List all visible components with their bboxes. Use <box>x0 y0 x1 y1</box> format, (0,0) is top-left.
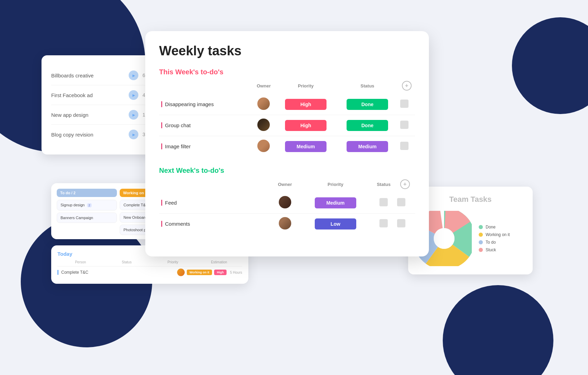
legend-dot-done <box>479 225 483 229</box>
legend-label-working: Working on it <box>486 232 510 237</box>
play-btn-3[interactable] <box>129 110 138 120</box>
legend-dot-working <box>479 233 483 237</box>
today-status-badge: Working on it <box>187 270 212 275</box>
col-priority: Priority <box>150 260 196 264</box>
priority-badge-1: High <box>285 99 327 110</box>
legend-dot-stuck <box>479 248 483 252</box>
next-week-add-col: + <box>395 179 415 193</box>
pie-legend: Done Working on it To do Stuck <box>479 225 510 252</box>
kanban-col-todo-header: To do / 2 <box>57 189 117 197</box>
play-btn-1[interactable] <box>129 71 138 80</box>
legend-dot-todo <box>479 240 483 244</box>
today-cols-header: Person Status Priority Estimation <box>57 260 242 264</box>
more-btn-4[interactable] <box>397 198 405 206</box>
next-week-task-2: Comments <box>161 221 190 227</box>
this-week-add-col: + <box>398 81 415 94</box>
play-btn-2[interactable] <box>129 90 138 100</box>
more-btn-1[interactable] <box>400 100 408 108</box>
kanban-col-todo: Signup design 2 Banners Campaign <box>57 200 117 235</box>
avatar-2 <box>257 119 270 131</box>
weekly-tasks-card: Weekly tasks This Week's to-do's Owner P… <box>145 31 429 256</box>
next-week-col-priority: Priority <box>298 179 373 193</box>
time-row-2: First Facebook ad 4h 3 <box>51 85 156 105</box>
priority-badge-5: Low <box>315 218 356 229</box>
legend-label-todo: To do <box>486 240 496 245</box>
next-week-section-title: Next Week's to-do's <box>159 167 415 175</box>
today-estimate: 5 Hours <box>230 271 242 274</box>
this-week-col-status: Status <box>337 81 398 94</box>
this-week-task-3: Image filter <box>161 143 191 149</box>
next-week-table: Owner Priority Status + Feed <box>159 179 415 234</box>
status-placeholder-5[interactable] <box>379 219 388 227</box>
next-week-col-status: Status <box>373 179 395 193</box>
legend-working: Working on it <box>479 232 510 237</box>
priority-badge-3: Medium <box>285 141 327 152</box>
time-task-1: Billboards creative <box>51 73 125 78</box>
time-row-1: Billboards creative 6h 5 <box>51 66 156 85</box>
avatar-4 <box>279 196 291 208</box>
next-week-row-1: Feed Medium <box>159 193 415 214</box>
this-week-col-owner: Owner <box>252 81 275 94</box>
legend-todo: To do <box>479 240 510 245</box>
more-btn-3[interactable] <box>400 142 408 150</box>
this-week-row-3: Image filter Medium Medium <box>159 136 415 157</box>
cards-wrapper: Billboards creative 6h 5 First Facebook … <box>0 0 588 375</box>
avatar-5 <box>279 217 291 229</box>
kanban-item-banners[interactable]: Banners Campaign <box>57 213 117 223</box>
today-task-label: Complete T&C <box>57 270 175 275</box>
this-week-row-1: Disappearing images High Done <box>159 94 415 115</box>
next-week-add-button[interactable]: + <box>400 179 410 189</box>
time-task-4: Blog copy revision <box>51 132 125 138</box>
this-week-row-2: Group chat High Done <box>159 115 415 136</box>
this-week-task-1: Disappearing images <box>161 101 214 107</box>
priority-badge-4: Medium <box>315 197 356 208</box>
time-row-3: New app design 12h <box>51 105 156 125</box>
item-badge-signup: 2 <box>87 203 92 207</box>
this-week-table: Owner Priority Status + Disappearing ima… <box>159 81 415 157</box>
this-week-col-priority: Priority <box>275 81 337 94</box>
status-badge-1: Done <box>347 99 388 110</box>
this-week-section-title: This Week's to-do's <box>159 68 415 76</box>
weekly-card-title: Weekly tasks <box>159 44 415 58</box>
avatar-3 <box>257 140 270 152</box>
legend-done: Done <box>479 225 510 229</box>
next-week-col-owner: Owner <box>272 179 298 193</box>
time-task-3: New app design <box>51 112 125 118</box>
col-status: Status <box>104 260 150 264</box>
next-week-task-1: Feed <box>161 200 177 206</box>
legend-label-done: Done <box>486 225 496 229</box>
this-week-add-button[interactable]: + <box>402 81 412 91</box>
more-btn-5[interactable] <box>397 219 405 227</box>
status-placeholder-4[interactable] <box>379 198 388 206</box>
time-row-4: Blog copy revision 3h 0 <box>51 125 156 144</box>
svg-point-4 <box>434 228 454 249</box>
col-estimation: Estimation <box>196 260 242 264</box>
this-week-task-2: Group chat <box>161 122 191 128</box>
team-tasks-title: Team Tasks <box>416 195 524 204</box>
today-avatar-img <box>177 269 185 276</box>
kanban-item-signup[interactable]: Signup design 2 <box>57 200 117 210</box>
today-row-1: Complete T&C Working on it High 5 Hours <box>57 266 242 278</box>
today-priority-badge: High <box>214 270 227 275</box>
legend-stuck: Stuck <box>479 247 510 252</box>
status-badge-2: Done <box>347 120 388 131</box>
legend-label-stuck: Stuck <box>486 247 496 252</box>
today-avatar <box>177 269 185 276</box>
play-btn-4[interactable] <box>129 130 138 139</box>
this-week-col-task <box>159 81 252 94</box>
next-week-col-task <box>159 179 272 193</box>
time-task-2: First Facebook ad <box>51 92 125 98</box>
status-badge-3: Medium <box>347 141 388 152</box>
next-week-row-2: Comments Low <box>159 214 415 235</box>
more-btn-2[interactable] <box>400 121 408 129</box>
priority-badge-2: High <box>285 120 327 131</box>
pie-area: Done Working on it To do Stuck <box>416 211 524 266</box>
avatar-1 <box>257 97 270 110</box>
col-person: Person <box>57 260 104 264</box>
